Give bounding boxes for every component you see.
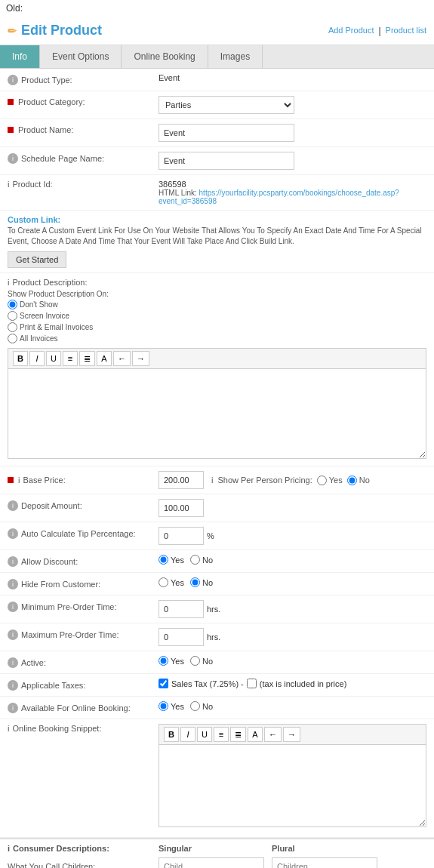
snippet-list-ol-button[interactable]: ≣ bbox=[230, 727, 246, 742]
italic-button[interactable]: I bbox=[29, 351, 45, 366]
tab-online-booking[interactable]: Online Booking bbox=[122, 45, 208, 68]
auto-tip-input[interactable] bbox=[159, 527, 204, 545]
snippet-info-icon: i bbox=[8, 724, 9, 733]
radio-per-person-yes[interactable] bbox=[317, 476, 327, 485]
add-product-link[interactable]: Add Product bbox=[328, 26, 374, 36]
product-category-select[interactable]: Parties bbox=[159, 96, 294, 114]
show-on-print-email[interactable]: Print & Email Invoices bbox=[8, 322, 426, 332]
show-on-radio-group: Don't Show Screen Invoice Print & Email … bbox=[8, 300, 426, 343]
base-price-required bbox=[8, 477, 14, 483]
product-type-value: Event bbox=[159, 73, 426, 82]
tab-event-options[interactable]: Event Options bbox=[40, 45, 122, 68]
snippet-redo-button[interactable]: → bbox=[283, 727, 300, 742]
active-no[interactable]: No bbox=[190, 656, 213, 666]
snippet-color-button[interactable]: A bbox=[248, 727, 263, 742]
children-singular-input[interactable] bbox=[159, 857, 264, 868]
snippet-textarea[interactable] bbox=[159, 744, 426, 827]
tax-checkbox-item[interactable]: Sales Tax (7.25%) - bbox=[159, 679, 244, 688]
active-label: i Active: bbox=[8, 656, 159, 668]
base-price-input[interactable] bbox=[159, 471, 204, 489]
base-price-label: i Base Price: bbox=[8, 476, 159, 485]
custom-link-section: Custom Link: To Create A Custom Event Li… bbox=[0, 211, 434, 273]
tab-images[interactable]: Images bbox=[208, 45, 263, 68]
min-pre-order-input[interactable] bbox=[159, 600, 204, 618]
radio-all-invoices[interactable] bbox=[8, 334, 17, 343]
applicable-taxes-value: Sales Tax (7.25%) - (tax is included in … bbox=[159, 679, 426, 688]
deposit-amount-input[interactable] bbox=[159, 499, 204, 517]
available-no[interactable]: No bbox=[190, 701, 213, 711]
active-yes[interactable]: Yes bbox=[159, 656, 184, 666]
radio-per-person-no[interactable] bbox=[347, 476, 357, 485]
hide-from-customer-label: i Hide From Customer: bbox=[8, 577, 159, 589]
tax-included-checkbox-item[interactable]: (tax is included in price) bbox=[247, 679, 347, 688]
product-list-link[interactable]: Product list bbox=[386, 26, 426, 36]
max-pre-order-input[interactable] bbox=[159, 628, 204, 646]
show-on-dont-show[interactable]: Don't Show bbox=[8, 300, 426, 309]
product-name-input[interactable] bbox=[159, 124, 294, 142]
snippet-underline-button[interactable]: U bbox=[197, 727, 212, 742]
snippet-undo-button[interactable]: ← bbox=[264, 727, 282, 742]
page-title: ✏ Edit Product bbox=[8, 23, 102, 38]
show-on-all-invoices[interactable]: All Invoices bbox=[8, 334, 426, 343]
show-on-screen-invoice[interactable]: Screen Invoice bbox=[8, 311, 426, 321]
product-name-value bbox=[159, 124, 426, 142]
active-row: i Active: Yes No bbox=[0, 651, 434, 674]
consumer-descriptions-section: i Consumer Descriptions: Singular Plural… bbox=[0, 838, 434, 868]
bold-button[interactable]: B bbox=[13, 351, 28, 366]
per-person-no[interactable]: No bbox=[347, 476, 370, 485]
product-category-value: Parties bbox=[159, 96, 426, 114]
singular-header: Singular bbox=[159, 844, 264, 853]
active-info-icon: i bbox=[8, 657, 18, 668]
snippet-bold-button[interactable]: B bbox=[164, 727, 179, 742]
custom-link-description: To Create A Custom Event Link For Use On… bbox=[8, 226, 426, 247]
color-button[interactable]: A bbox=[97, 351, 112, 366]
product-id-row: i Product Id: 386598 HTML Link: https://… bbox=[8, 180, 426, 205]
per-person-pricing: i Show Per Person Pricing: Yes No bbox=[211, 476, 370, 485]
snippet-italic-button[interactable]: I bbox=[180, 727, 195, 742]
applicable-taxes-label: i Applicable Taxes: bbox=[8, 679, 159, 691]
redo-button[interactable]: → bbox=[132, 351, 149, 366]
product-description-textarea[interactable] bbox=[8, 368, 426, 459]
product-type-label: i Product Type: bbox=[8, 73, 159, 85]
radio-available-no[interactable] bbox=[190, 701, 200, 711]
hide-no[interactable]: No bbox=[190, 577, 213, 587]
radio-dont-show[interactable] bbox=[8, 300, 17, 309]
product-type-info-icon: i bbox=[8, 75, 18, 85]
available-yes[interactable]: Yes bbox=[159, 701, 184, 711]
per-person-yes[interactable]: Yes bbox=[317, 476, 343, 485]
product-id-value: 386598 HTML Link: https://yourfacility.p… bbox=[159, 180, 426, 205]
radio-allow-discount-no[interactable] bbox=[190, 555, 200, 565]
tax-checkbox[interactable] bbox=[159, 679, 168, 688]
radio-hide-no[interactable] bbox=[190, 577, 200, 587]
radio-active-yes[interactable] bbox=[159, 656, 168, 666]
radio-print-email[interactable] bbox=[8, 322, 17, 332]
radio-available-yes[interactable] bbox=[159, 701, 168, 711]
radio-screen-invoice[interactable] bbox=[8, 311, 17, 321]
list-ol-button[interactable]: ≣ bbox=[79, 351, 95, 366]
required-indicator bbox=[8, 99, 14, 105]
radio-hide-yes[interactable] bbox=[159, 577, 168, 587]
product-type-row: i Product Type: Event bbox=[0, 69, 434, 91]
get-started-button[interactable]: Get Started bbox=[8, 251, 66, 268]
schedule-page-name-value bbox=[159, 152, 426, 170]
list-ul-button[interactable]: ≡ bbox=[63, 351, 78, 366]
snippet-list-ul-button[interactable]: ≡ bbox=[214, 727, 229, 742]
allow-discount-yes[interactable]: Yes bbox=[159, 555, 184, 565]
product-category-label: Product Category: bbox=[8, 96, 159, 106]
allow-discount-value: Yes No bbox=[159, 555, 426, 565]
schedule-page-name-input[interactable] bbox=[159, 152, 294, 170]
children-plural-input[interactable] bbox=[272, 857, 377, 868]
underline-button[interactable]: U bbox=[46, 351, 61, 366]
allow-discount-no[interactable]: No bbox=[190, 555, 213, 565]
product-id-label: i Product Id: bbox=[8, 180, 159, 189]
tax-included-checkbox[interactable] bbox=[247, 679, 257, 688]
hide-yes[interactable]: Yes bbox=[159, 577, 184, 587]
tab-info[interactable]: Info bbox=[0, 45, 40, 68]
radio-active-no[interactable] bbox=[190, 656, 200, 666]
min-pre-order-info-icon: i bbox=[8, 602, 18, 612]
radio-allow-discount-yes[interactable] bbox=[159, 555, 168, 565]
undo-button[interactable]: ← bbox=[113, 351, 131, 366]
product-name-label: Product Name: bbox=[8, 124, 159, 134]
product-id-info-icon: i bbox=[8, 180, 9, 189]
product-description-label: i Product Description: bbox=[8, 278, 426, 287]
